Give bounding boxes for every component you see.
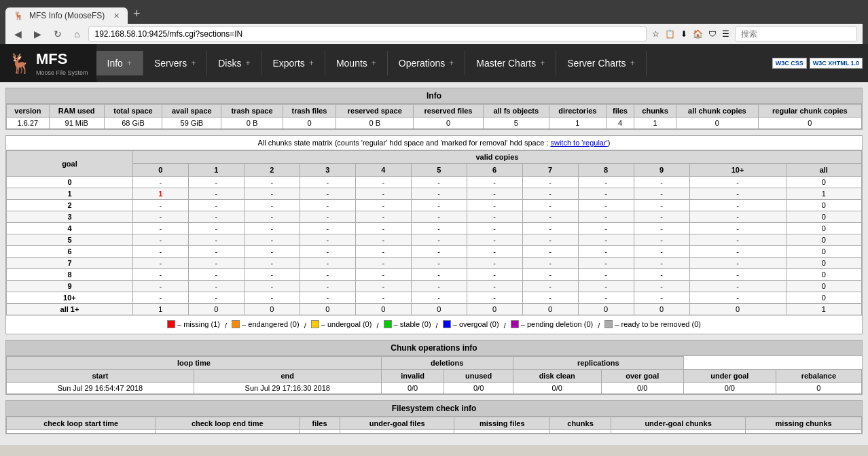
val-total-space: 68 GiB [104, 118, 162, 129]
matrix-cell-3-10: - [689, 211, 786, 223]
matrix-cell-7-1: - [188, 258, 244, 269]
menu-icon[interactable]: ☰ [722, 29, 729, 39]
tab-operations[interactable]: Operations + [388, 51, 466, 75]
tab-servers[interactable]: Servers + [143, 51, 207, 75]
matrix-cell-4-0: - [132, 223, 188, 234]
new-tab-button[interactable]: + [128, 4, 146, 24]
forward-button[interactable]: ▶ [31, 27, 45, 41]
matrix-cell-2-4: - [355, 200, 411, 211]
matrix-cell-9-6: - [467, 281, 522, 292]
matrix-cell-5-1: - [188, 234, 244, 246]
matrix-cell-9-5: - [411, 281, 467, 292]
info-header-row: version RAM used total space avail space… [7, 105, 862, 118]
matrix-cell-4-8: - [578, 223, 634, 234]
matrix-cell-11-11: 1 [786, 304, 861, 315]
matrix-cell-8-3: - [300, 269, 355, 281]
matrix-cell-11-4: 0 [355, 304, 411, 315]
tab-exports[interactable]: Exports + [261, 51, 325, 75]
matrix-cell-5-11: 0 [786, 234, 861, 246]
chunk-ops-loop-time-header: loop time [7, 357, 382, 370]
matrix-cell-6-8: - [578, 246, 634, 258]
reader-icon[interactable]: 📋 [665, 29, 675, 39]
url-input[interactable] [88, 27, 647, 41]
matrix-cell-4-11: 0 [786, 223, 861, 234]
matrix-cell-8-1: - [188, 269, 244, 281]
matrix-cell-3-2: - [244, 211, 300, 223]
matrix-cell-6-3: - [300, 246, 355, 258]
matrix-cell-5-8: - [578, 234, 634, 246]
matrix-cell-2-0: - [132, 200, 188, 211]
matrix-cell-4-5: - [411, 223, 467, 234]
matrix-col-10plus: 10+ [689, 164, 786, 177]
home-button[interactable]: ⌂ [71, 27, 83, 41]
w3c-xhtml-badge: W3C XHTML 1.0 [810, 58, 863, 69]
matrix-row-header-11: all 1+ [7, 304, 133, 315]
chunk-ops-over-goal-header: over goal [601, 370, 683, 383]
download-icon[interactable]: ⬇ [681, 29, 687, 39]
matrix-cell-9-10: - [689, 281, 786, 292]
tab-close-button[interactable]: ✕ [113, 12, 120, 20]
matrix-cell-7-8: - [578, 258, 634, 269]
chunks-matrix-table: goal valid copies 0 1 2 3 4 5 6 7 8 9 10… [6, 150, 862, 315]
fs-check-missing-chunks-val [746, 430, 862, 434]
val-ram-used: 91 MiB [49, 118, 104, 129]
matrix-row-1: 11----------1 [7, 188, 862, 200]
fs-check-section: Filesystem check info check loop start t… [5, 400, 863, 434]
matrix-cell-4-9: - [634, 223, 689, 234]
matrix-row-8: 8-----------0 [7, 269, 862, 281]
matrix-cell-1-3: - [300, 188, 355, 200]
chunk-ops-table: loop time deletions replications start e… [6, 356, 862, 394]
matrix-cell-8-9: - [634, 269, 689, 281]
home-icon[interactable]: 🏠 [693, 29, 703, 39]
matrix-cell-9-8: - [578, 281, 634, 292]
bookmark-icon[interactable]: ☆ [652, 29, 659, 39]
matrix-cell-6-7: - [522, 246, 578, 258]
chunk-ops-deletions-header: deletions [381, 357, 513, 370]
matrix-goal-header: goal [7, 151, 133, 177]
fs-check-col-undergoal-files: under-goal files [340, 417, 454, 430]
matrix-cell-7-2: - [244, 258, 300, 269]
tab-info[interactable]: Info + [96, 51, 143, 75]
col-reserved-files: reserved files [414, 105, 483, 118]
matrix-cell-3-6: - [467, 211, 522, 223]
fs-check-title: Filesystem check info [6, 401, 862, 417]
search-input[interactable] [735, 27, 857, 41]
tab-info-plus: + [127, 58, 132, 68]
matrix-cell-2-7: - [522, 200, 578, 211]
chunk-ops-title: Chunk operations info [6, 340, 862, 356]
matrix-cell-3-0: - [132, 211, 188, 223]
chunk-ops-header-row2: start end invalid unused disk clean over… [7, 370, 862, 383]
shield-icon[interactable]: 🛡 [708, 29, 717, 39]
matrix-cell-5-9: - [634, 234, 689, 246]
chunk-ops-start-val: Sun Jul 29 16:54:47 2018 [7, 383, 194, 394]
back-button[interactable]: ◀ [11, 27, 25, 41]
active-tab[interactable]: 🦌 MFS Info (MooseFS) ✕ [5, 7, 128, 24]
matrix-cell-0-4: - [355, 177, 411, 188]
tab-server-charts[interactable]: Server Charts + [556, 51, 646, 75]
fs-check-col-end: check loop end time [156, 417, 300, 430]
mfs-header: 🦌 MFS Moose File System Info + Servers +… [0, 44, 868, 82]
tab-master-charts[interactable]: Master Charts + [465, 51, 556, 75]
matrix-cell-8-4: - [355, 269, 411, 281]
matrix-cell-7-6: - [467, 258, 522, 269]
matrix-cell-6-1: - [188, 246, 244, 258]
matrix-cell-6-5: - [411, 246, 467, 258]
matrix-col-3: 3 [300, 164, 355, 177]
tab-mounts-plus: + [372, 58, 376, 68]
legend-stable-dot [384, 320, 392, 328]
fs-check-col-start: check loop start time [7, 417, 156, 430]
reload-button[interactable]: ↻ [50, 27, 65, 41]
browser-chrome: 🦌 MFS Info (MooseFS) ✕ + ◀ ▶ ↻ ⌂ ☆ 📋 ⬇ 🏠… [0, 0, 868, 44]
matrix-col-6: 6 [467, 164, 522, 177]
mfs-title: MFS [36, 50, 88, 69]
switch-regular-link[interactable]: switch to 'regular' [550, 139, 607, 147]
content-area: Info version RAM used total space avail … [0, 82, 868, 445]
matrix-col-5: 5 [411, 164, 467, 177]
chunk-ops-end-header: end [194, 370, 381, 383]
tab-mounts[interactable]: Mounts + [325, 51, 388, 75]
tab-disks[interactable]: Disks + [207, 51, 261, 75]
val-reserved-space: 0 B [336, 118, 414, 129]
matrix-cell-4-6: - [467, 223, 522, 234]
chunk-ops-section: Chunk operations info loop time deletion… [5, 340, 863, 395]
matrix-cell-10-7: - [522, 292, 578, 304]
